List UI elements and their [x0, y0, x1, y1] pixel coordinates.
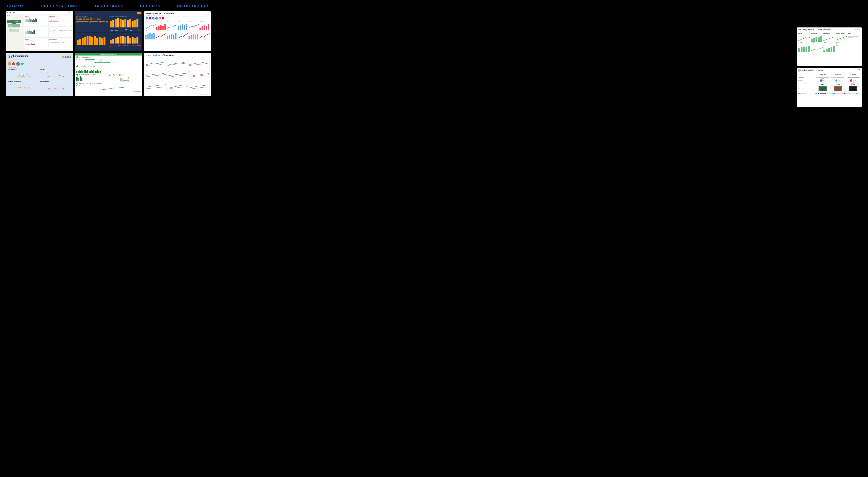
lh-chart-9: 2020 [188, 82, 210, 93]
svg-rect-56 [162, 26, 164, 30]
chart-twitter: followers reach [145, 21, 155, 46]
svg-text:56.5%: 56.5% [8, 25, 11, 26]
lh-title-part2: Teammates [163, 54, 174, 56]
medium-icon: P [162, 17, 164, 20]
svg-rect-53 [156, 27, 158, 30]
nav-charts[interactable]: CHARTS [7, 4, 25, 8]
svg-rect-76 [206, 26, 207, 30]
svg-point-102 [120, 80, 121, 81]
svg-point-79 [19, 74, 20, 76]
svg-point-81 [27, 74, 28, 75]
lh-title-part1: Lewis Hamilton [146, 54, 160, 56]
svg-rect-45 [131, 37, 133, 43]
svg-point-107 [113, 88, 114, 89]
svg-point-100 [120, 79, 121, 80]
kpi-clicks: 1,619 [97, 18, 101, 20]
svg-rect-21 [131, 21, 133, 28]
pinterest-icon: M [159, 17, 161, 20]
card-email-dashboard-dark: Dashboard Email Performance ◄► Email pip… [75, 11, 142, 51]
card3-section: Social media [166, 13, 175, 14]
svg-point-98 [120, 78, 121, 79]
svg-rect-54 [158, 26, 160, 30]
top-row: Dashboard Email Performance ► datylon Em… [0, 11, 217, 53]
svg-rect-34 [101, 38, 103, 45]
card1-title: Dashboard Email Performance [7, 12, 25, 13]
nav-presentations[interactable]: PRESENTATIONS [41, 4, 77, 8]
svg-text:Actual Period: Actual Period [127, 81, 132, 82]
main-navigation: CHARTS PRESENTATIONS DASHBOARDS REPORTS … [0, 0, 217, 11]
nav-dashboards[interactable]: DASHBOARDS [93, 4, 124, 8]
svg-text:100%: 100% [7, 20, 10, 21]
svg-rect-19 [127, 20, 129, 28]
svg-rect-67 [186, 24, 187, 30]
svg-rect-22 [134, 20, 136, 28]
payments-icon: 💳 [76, 74, 79, 76]
pb-title: Peer benchmarking [8, 55, 29, 57]
svg-line-95 [121, 78, 129, 78]
svg-text:Email opens 43,171: Email opens 43,171 [8, 26, 14, 27]
youtube-icon: Y [149, 17, 151, 20]
svg-rect-40 [120, 36, 121, 43]
twitter-icon: T [146, 17, 148, 20]
svg-rect-17 [122, 20, 124, 28]
svg-rect-77 [208, 24, 209, 30]
prepaid-icon: $ [76, 56, 79, 58]
nav-reports[interactable]: REPORTS [140, 4, 161, 8]
svg-rect-14 [115, 19, 117, 28]
svg-rect-59 [169, 35, 170, 39]
svg-rect-41 [122, 36, 124, 43]
svg-text:3.4%: 3.4% [9, 29, 11, 30]
card-peer-benchmarking: Peer benchmarking 2022 Q4 How does your … [6, 53, 73, 96]
chart-pinterest: impressions saves [199, 21, 210, 46]
card1-logo: ► datylon [67, 12, 72, 13]
svg-rect-47 [136, 37, 138, 43]
svg-rect-51 [151, 34, 153, 39]
svg-rect-46 [134, 38, 136, 43]
svg-point-88 [109, 62, 110, 63]
svg-rect-55 [160, 25, 162, 30]
svg-rect-13 [112, 20, 114, 28]
lh-vs: vs [161, 55, 163, 56]
svg-rect-33 [98, 37, 100, 45]
lh-chart-7: 2018 [145, 82, 166, 93]
linkedin-icon: in [155, 17, 158, 20]
pb-subtitle2: with other companies on 8 KPIs? [8, 59, 29, 60]
svg-text:Actual Period: Actual Period [112, 90, 115, 91]
svg-rect-70 [193, 34, 194, 39]
chart-youtube: views engagement [156, 21, 166, 46]
opens-label: Email opens | total opens of which uniqu… [110, 16, 141, 17]
card3-subtitle: Steady growth and great overall traffic … [146, 14, 175, 16]
card-lewis-hamilton: Lewis Hamilton vs Teammates During his c… [144, 53, 211, 96]
svg-rect-72 [197, 34, 198, 39]
nav-infographics[interactable]: INFOGRAPHICS [177, 4, 210, 8]
svg-rect-64 [180, 25, 181, 30]
tr-header: Transaction report: June 2020 [75, 53, 142, 56]
svg-rect-25 [79, 39, 81, 45]
svg-rect-62 [175, 33, 177, 39]
lh-chart-5: 2015 [167, 71, 188, 82]
svg-line-96 [121, 79, 129, 79]
svg-text:100 Credits Consumed: 100 Credits Consumed [99, 61, 108, 62]
sent-label: Emails sent | total sent [76, 33, 108, 34]
svg-rect-69 [190, 35, 192, 39]
svg-rect-49 [147, 34, 149, 39]
svg-rect-48 [145, 35, 147, 39]
svg-point-103 [128, 80, 129, 81]
svg-rect-23 [136, 19, 138, 28]
card-transaction-report: Transaction report: June 2020 $ PREPAID … [75, 53, 142, 96]
lh-chart-1: 2007 [145, 59, 166, 70]
lh-chart-4: 2012 [145, 71, 166, 82]
lh-chart-2: 2009 [167, 59, 188, 70]
kpi-delivered: 40,008 [83, 18, 89, 20]
svg-rect-16 [120, 19, 121, 28]
svg-rect-24 [77, 40, 79, 45]
svg-rect-65 [182, 24, 183, 30]
svg-point-80 [23, 75, 24, 76]
kpi-opens: 43,571 [90, 18, 96, 20]
svg-rect-52 [154, 33, 155, 39]
lh-chart-3: 2010 [188, 59, 210, 70]
chart-facebook: likes reach [167, 21, 177, 46]
facebook-icon: f [152, 17, 155, 20]
svg-rect-74 [202, 27, 203, 30]
bottom-row: Peer benchmarking 2022 Q4 How does your … [0, 53, 217, 100]
